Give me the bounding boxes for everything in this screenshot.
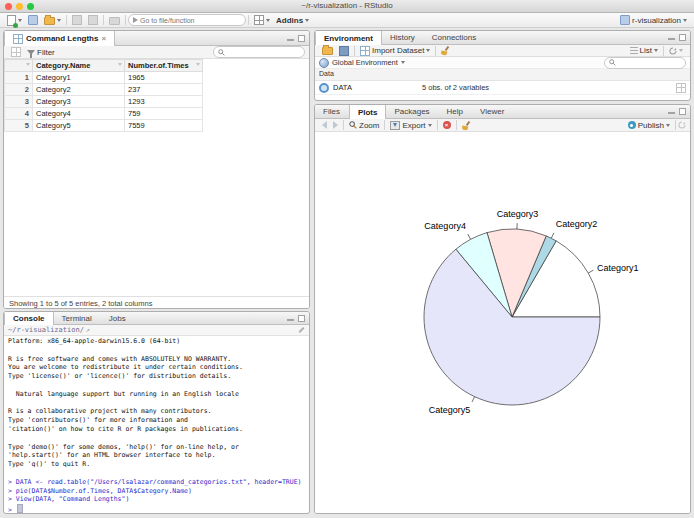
filter-label: Filter <box>37 48 55 57</box>
table-footer: Showing 1 to 5 of 5 entries, 2 total col… <box>4 296 309 308</box>
console-path-bar: ~/r-visualization/ ↗ <box>4 325 309 336</box>
clear-plots-button[interactable] <box>459 119 474 132</box>
column-header-Number.of.Times[interactable]: Number.of.Times <box>125 60 203 72</box>
rstudio-window: ~/r-visualization - RStudio <box>0 0 694 518</box>
broom-icon <box>441 46 450 55</box>
table-cell: 237 <box>125 84 203 96</box>
data-viewer-search <box>213 46 305 58</box>
open-file-button[interactable] <box>41 14 64 27</box>
publish-button[interactable]: Publish <box>625 119 673 132</box>
table-row[interactable]: 4Category4759 <box>5 108 203 120</box>
plots-tabbar: FilesPlotsPackagesHelpViewer <box>315 105 690 119</box>
maximize-icon[interactable] <box>298 315 305 322</box>
previous-plot-button[interactable] <box>319 119 330 132</box>
refresh-icon[interactable] <box>678 121 686 129</box>
environment-search-input[interactable] <box>618 59 681 66</box>
r-environment-icon <box>319 58 329 68</box>
remove-plot-button[interactable]: × <box>440 119 454 132</box>
save-icon <box>72 15 82 25</box>
table-cell: Category1 <box>33 72 125 84</box>
maximize-icon[interactable] <box>679 34 686 41</box>
tab-history[interactable]: History <box>382 31 424 44</box>
close-icon[interactable]: × <box>101 34 106 43</box>
chevron-down-icon <box>679 49 683 52</box>
print-button[interactable] <box>106 14 123 27</box>
table-icon <box>11 47 21 57</box>
minimize-icon[interactable] <box>668 34 675 41</box>
environment-tabs: EnvironmentHistoryConnections <box>315 31 485 44</box>
save-button[interactable] <box>69 14 85 27</box>
chevron-down-icon <box>428 124 432 127</box>
pane-layout-button[interactable] <box>251 14 273 27</box>
next-plot-button[interactable] <box>330 119 341 132</box>
tab-environment[interactable]: Environment <box>315 31 382 45</box>
table-row[interactable]: 5Category57559 <box>5 120 203 132</box>
save-all-button[interactable] <box>85 14 101 27</box>
new-project-button[interactable] <box>25 14 41 27</box>
data-viewer-tabbar: Command Lengths × <box>4 31 309 46</box>
console-output[interactable]: Platform: x86_64-apple-darwin15.6.0 (64-… <box>4 336 309 514</box>
filter-button[interactable]: Filter <box>24 46 58 59</box>
table-cell: 1293 <box>125 96 203 108</box>
console-input-line: > DATA <- read.table("/Users/lsalazar/co… <box>8 478 305 487</box>
export-plot-button[interactable]: Export <box>387 119 434 132</box>
zoom-plot-button[interactable]: Zoom <box>346 119 382 132</box>
toolbar-separator <box>354 46 355 56</box>
table-row[interactable]: 3Category31293 <box>5 96 203 108</box>
maximize-icon[interactable] <box>298 35 305 42</box>
console-output-line: R is a collaborative project with many c… <box>8 407 305 416</box>
working-directory[interactable]: ~/r-visualization/ <box>8 326 84 334</box>
search-input[interactable] <box>227 49 300 56</box>
console-output-line <box>8 346 305 355</box>
chevron-down-icon <box>683 19 687 22</box>
pie-label-Category2: Category2 <box>556 219 598 229</box>
global-environment-selector[interactable]: Global Environment <box>315 57 690 69</box>
tab-files[interactable]: Files <box>315 105 349 118</box>
goto-file-input[interactable] <box>140 17 241 24</box>
environment-object-row-DATA[interactable]: DATA5 obs. of 2 variables <box>315 81 690 95</box>
minimize-icon[interactable] <box>287 35 294 42</box>
chevron-down-icon <box>18 19 22 22</box>
save-workspace-button[interactable] <box>336 44 352 57</box>
tab-command-lengths[interactable]: Command Lengths × <box>4 31 115 46</box>
load-workspace-button[interactable] <box>319 44 336 57</box>
console-output-line <box>8 399 305 408</box>
refresh-environment-button[interactable] <box>666 44 686 57</box>
clear-environment-button[interactable] <box>438 44 453 57</box>
maximize-icon[interactable] <box>679 108 686 115</box>
project-menu-button[interactable]: r-visualization <box>617 14 690 27</box>
import-dataset-button[interactable]: Import Dataset <box>357 44 433 57</box>
back-arrow-icon <box>322 121 327 129</box>
addins-button[interactable]: Addins <box>273 14 312 27</box>
object-name: DATA <box>333 83 418 92</box>
tab-console[interactable]: Console <box>4 312 54 325</box>
tab-jobs[interactable]: Jobs <box>101 312 135 324</box>
console-output-line: Type 'contributors()' for more informati… <box>8 416 305 425</box>
sync-button[interactable] <box>8 46 24 59</box>
chevron-down-icon <box>57 19 61 22</box>
broom-icon <box>462 121 471 130</box>
tab-help[interactable]: Help <box>439 105 472 118</box>
toolbar-separator <box>103 15 104 25</box>
search-icon <box>609 59 616 66</box>
table-row[interactable]: 2Category2237 <box>5 84 203 96</box>
column-header-Category.Name[interactable]: Category.Name <box>33 60 125 72</box>
tab-plots[interactable]: Plots <box>349 105 387 119</box>
column-header-rownum[interactable] <box>5 60 33 72</box>
tab-terminal[interactable]: Terminal <box>54 312 101 324</box>
tab-packages[interactable]: Packages <box>386 105 438 118</box>
view-table-icon[interactable] <box>676 83 686 93</box>
table-cell: 759 <box>125 108 203 120</box>
tab-connections[interactable]: Connections <box>424 31 485 44</box>
remove-plot-icon: × <box>443 121 451 129</box>
popout-icon[interactable]: ↗ <box>86 327 90 334</box>
console-output-line: Type 'q()' to quit R. <box>8 460 305 469</box>
minimize-icon[interactable] <box>287 315 294 322</box>
new-file-button[interactable] <box>4 14 25 27</box>
chevron-down-icon <box>401 61 405 64</box>
list-view-button[interactable]: List <box>627 44 661 57</box>
data-viewer-toolbar: Filter <box>4 46 309 59</box>
table-row[interactable]: 1Category11965 <box>5 72 203 84</box>
minimize-icon[interactable] <box>668 108 675 115</box>
tab-viewer[interactable]: Viewer <box>472 105 513 118</box>
